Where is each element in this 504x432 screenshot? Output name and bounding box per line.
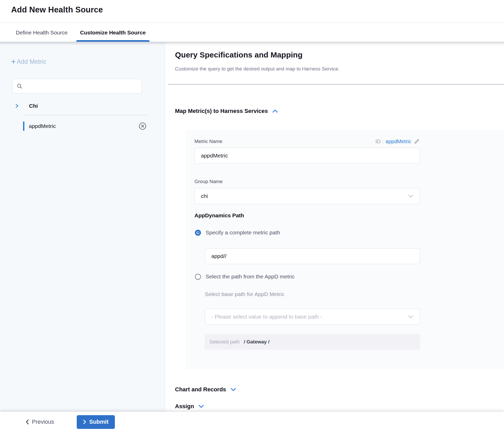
add-metric-button[interactable]: + Add Metric (11, 58, 46, 66)
chevron-down-icon (408, 315, 414, 319)
metric-name-label: Metric Name (194, 139, 222, 144)
add-metric-label: Add Metric (17, 58, 47, 65)
base-path-select[interactable]: - Please select value to append to base … (205, 309, 420, 325)
group-name-label: Group Name (194, 179, 223, 184)
base-path-label: Select base path for AppD Metric (205, 291, 284, 297)
chevron-down-icon (230, 387, 236, 392)
search-input[interactable] (23, 79, 142, 93)
chart-and-records-section-toggle[interactable]: Chart and Records (175, 386, 236, 393)
plus-icon: + (11, 58, 16, 66)
radio-complete-path-label: Specify a complete metric path (206, 229, 280, 236)
radio-unselected-icon[interactable] (195, 274, 201, 280)
metric-name-input[interactable] (194, 148, 420, 164)
metric-search (12, 79, 142, 93)
heading-divider (168, 84, 504, 85)
selected-path-label: Selected path (209, 339, 240, 345)
submit-button[interactable]: Submit (77, 415, 115, 429)
add-health-source-dialog: Add New Health Source Define Health Sour… (0, 0, 504, 432)
tab-bar: Define Health Source Customize Health So… (0, 24, 504, 42)
radio-select-path-from-appd[interactable]: Select the path from the AppD metric (195, 273, 295, 280)
assign-title: Assign (175, 403, 194, 410)
metric-list-item-appdmetric[interactable]: appdMetric (23, 120, 147, 133)
search-icon (17, 83, 23, 89)
radio-selected-icon[interactable] (195, 230, 201, 236)
assign-section-toggle[interactable]: Assign (175, 403, 204, 410)
appdynamics-path-title: AppDynamics Path (194, 212, 244, 219)
map-metrics-form-card: Metric Name ID : appdMetric Group Name c… (186, 130, 504, 369)
group-name-select[interactable]: chi (194, 188, 420, 204)
id-label: ID : (375, 139, 383, 145)
pencil-icon (414, 138, 420, 145)
dialog-footer: Previous Submit (0, 412, 504, 432)
base-path-placeholder: - Please select value to append to base … (211, 314, 408, 320)
radio-select-path-label: Select the path from the AppD metric (206, 273, 295, 280)
selected-indicator-bar (23, 121, 24, 131)
chevron-up-icon (272, 109, 278, 113)
group-label: Chi (29, 103, 38, 109)
dialog-header: Add New Health Source (0, 0, 504, 23)
chevron-left-icon (25, 419, 29, 425)
edit-id-button[interactable] (414, 138, 420, 145)
tab-define-health-source[interactable]: Define Health Source (12, 24, 72, 42)
remove-circle-icon (139, 122, 146, 130)
map-metrics-section-toggle[interactable]: Map Metric(s) to Harness Services (175, 108, 278, 114)
selected-path-value: / Gateway / (244, 339, 269, 345)
chevron-down-icon (408, 194, 414, 198)
section-heading: Query Specifications and Mapping (175, 51, 303, 59)
metric-id-row: ID : appdMetric (375, 138, 420, 145)
metric-path-input[interactable] (205, 248, 420, 264)
metric-name-label-row: Metric Name ID : appdMetric (194, 138, 420, 145)
delete-metric-button[interactable] (138, 122, 147, 131)
query-specifications-panel: Query Specifications and Mapping Customi… (165, 42, 504, 412)
section-subheading: Customize the query to get the desired o… (175, 66, 340, 72)
selected-path-row: Selected path / Gateway / (205, 334, 420, 350)
submit-label: Submit (89, 419, 109, 425)
metrics-sidebar: + Add Metric Chi appdMetric (0, 42, 165, 412)
metric-item-label: appdMetric (29, 123, 138, 129)
chevron-right-icon (83, 419, 87, 424)
chevron-right-icon (14, 103, 19, 109)
id-value-link[interactable]: appdMetric (386, 139, 411, 145)
sidebar-divider (23, 115, 147, 115)
chart-and-records-title: Chart and Records (175, 386, 226, 393)
tab-customize-health-source[interactable]: Customize Health Source (76, 24, 150, 42)
chevron-down-icon (198, 404, 204, 408)
radio-complete-metric-path[interactable]: Specify a complete metric path (195, 229, 280, 236)
metric-group-chi[interactable]: Chi (12, 100, 152, 112)
map-metrics-section-title: Map Metric(s) to Harness Services (175, 108, 268, 114)
page-title: Add New Health Source (11, 5, 103, 15)
previous-button[interactable]: Previous (25, 419, 54, 425)
previous-label: Previous (32, 419, 54, 425)
group-name-value: chi (201, 193, 408, 199)
